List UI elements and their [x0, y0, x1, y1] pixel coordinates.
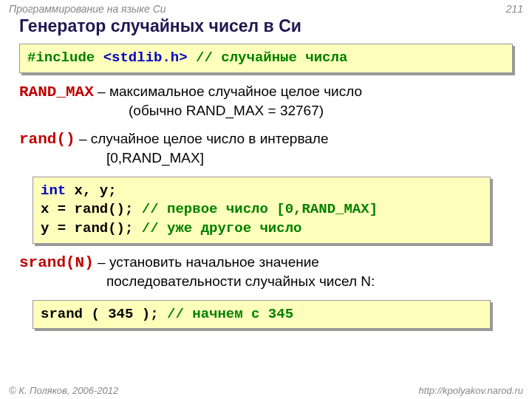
srand-row: srand(N) – установить начальное значение: [19, 253, 513, 273]
rand-kw: rand(): [19, 131, 75, 148]
srand-sub: последовательности случайных чисел N:: [106, 273, 513, 291]
srand-block: srand(N) – установить начальное значение…: [19, 253, 513, 291]
slide: Программирование на языке Си 211 Генерат…: [0, 0, 532, 399]
body-content: RAND_MAX – максимальное случайное целое …: [19, 82, 513, 168]
slide-title: Генератор случайных чисел в Си: [19, 16, 532, 36]
srand-desc: – установить начальное значение: [94, 254, 319, 270]
footer-bar: © К. Поляков, 2006-2012 http://kpolyakov…: [0, 385, 532, 396]
page-number: 211: [506, 3, 523, 15]
course-label: Программирование на языке Си: [9, 3, 166, 15]
rand-row: rand() – случайное целое число в интерва…: [19, 129, 513, 149]
rand-sub: [0,RAND_MAX]: [106, 149, 513, 168]
rand-example-box: int x, y; x = rand(); // первое число [0…: [33, 177, 491, 244]
code-line-3: y = rand(); // уже другое число: [41, 219, 482, 239]
footer-url: http://kpolyakov.narod.ru: [419, 385, 523, 396]
srand-kw: srand(N): [19, 254, 94, 271]
rand-desc: – случайное целое число в интервале: [75, 131, 329, 146]
srand-example-box: srand ( 345 ); // начнем с 345: [33, 300, 491, 330]
include-code-box: #include <stdlib.h> // случайные числа: [19, 44, 513, 73]
code-line-1: int x, y;: [41, 182, 482, 201]
include-header: <stdlib.h>: [103, 50, 188, 66]
randmax-sub: (обычно RAND_MAX = 32767): [129, 102, 513, 120]
preproc-directive: #include: [27, 50, 103, 66]
copyright: © К. Поляков, 2006-2012: [9, 385, 118, 396]
randmax-row: RAND_MAX – максимальное случайное целое …: [19, 82, 513, 102]
randmax-desc: – максимальное случайное целое число: [94, 83, 362, 99]
header-bar: Программирование на языке Си 211: [0, 0, 532, 15]
randmax-kw: RAND_MAX: [19, 83, 94, 100]
code-line-2: x = rand(); // первое число [0,RAND_MAX]: [41, 200, 482, 219]
include-comment: // случайные числа: [196, 50, 347, 66]
